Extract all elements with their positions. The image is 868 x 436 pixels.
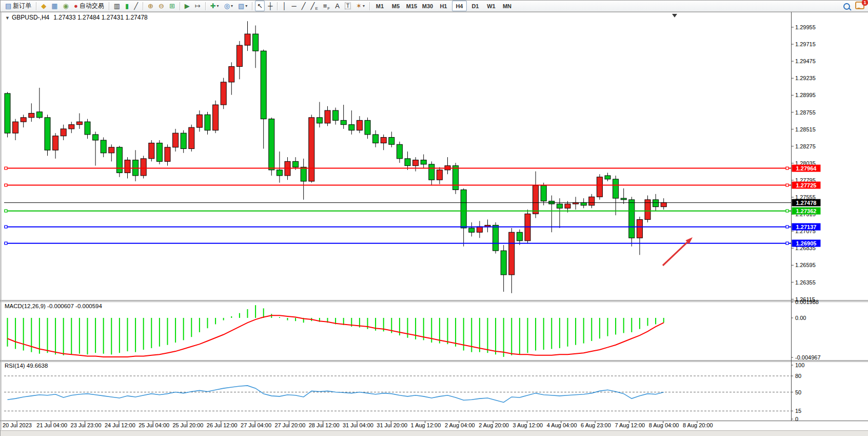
toolbar: ▤新订单◆▦◉●自动交易▥▮╱⊕⊖⊞▶↦✚▾◎▾▧▾↖┼│─╱╱E≡FAT✶▾M… (1, 1, 868, 12)
svg-text:4 Aug 04:00: 4 Aug 04:00 (547, 422, 577, 428)
chevron-down-icon: ▾ (231, 4, 233, 8)
vertical-line-icon: │ (282, 3, 286, 9)
crosshair-button[interactable]: ┼ (266, 1, 274, 11)
svg-text:6 Aug 23:00: 6 Aug 23:00 (581, 422, 611, 428)
signal-icon: ◉ (63, 3, 69, 9)
svg-text:1.29715: 1.29715 (795, 41, 816, 47)
auto-trading-button[interactable]: ●自动交易 (72, 1, 106, 11)
new-order-icon: ▤ (5, 3, 11, 9)
svg-text:23 Jul 23:00: 23 Jul 23:00 (71, 422, 102, 428)
timeframe-m15-button[interactable]: M15 (404, 1, 419, 11)
svg-text:0.00: 0.00 (795, 315, 806, 321)
indicators-button[interactable]: ✚▾ (208, 1, 221, 11)
timeframe-m30-button[interactable]: M30 (420, 1, 435, 11)
collapse-chart-icon[interactable]: ▼ (5, 15, 10, 21)
auto-scroll-icon: ▶ (185, 3, 190, 9)
macd-indicator-label: MACD(12,26,9) -0.000607 -0.000594 (5, 303, 102, 309)
zoom-in-button[interactable]: ⊕ (146, 1, 155, 11)
price-tag-1.27725: 1.27725 (792, 182, 821, 189)
notifications-button[interactable]: 1 (855, 2, 864, 11)
auto-trading-icon: ● (74, 3, 78, 9)
chevron-down-icon: ▾ (363, 4, 365, 8)
candle-chart-type-button[interactable]: ▮ (123, 1, 131, 11)
svg-text:31 Jul 04:00: 31 Jul 04:00 (343, 422, 373, 428)
toolbar-separator (180, 2, 180, 10)
search-icon[interactable] (843, 3, 850, 10)
toolbar-buttons: ▤新订单◆▦◉●自动交易▥▮╱⊕⊖⊞▶↦✚▾◎▾▧▾↖┼│─╱╱E≡FAT✶▾M… (3, 1, 515, 12)
horizontal-line-icon: ─ (292, 3, 297, 9)
text-button[interactable]: A (333, 1, 342, 11)
toolbar-separator (205, 2, 206, 10)
timeframe-h1-button[interactable]: H1 (436, 1, 451, 11)
rsi-indicator-label: RSI(14) 49.6638 (5, 363, 48, 369)
period-icon: ◎ (224, 3, 230, 9)
new-order-button[interactable]: ▤新订单 (3, 1, 33, 11)
text-label-button[interactable]: T (343, 1, 353, 11)
timeframe-m5-button[interactable]: M5 (388, 1, 403, 11)
bar-chart-type-icon: ▥ (114, 3, 120, 9)
svg-text:1.27964: 1.27964 (796, 165, 817, 172)
horizontal-line-button[interactable]: ─ (290, 1, 299, 11)
svg-text:1.29475: 1.29475 (795, 58, 816, 64)
toolbar-separator (143, 2, 143, 10)
terminal-window: ▤新订单◆▦◉●自动交易▥▮╱⊕⊖⊞▶↦✚▾◎▾▧▾↖┼│─╱╱E≡FAT✶▾M… (0, 0, 868, 436)
channel-icon: ╱ (311, 3, 315, 9)
svg-text:0.001988: 0.001988 (795, 299, 819, 305)
auto-scroll-button[interactable]: ▶ (183, 1, 192, 11)
timeframe-w1-button[interactable]: W1 (484, 1, 499, 11)
time-axis[interactable]: 20 Jul 202321 Jul 04:0023 Jul 23:0024 Ju… (3, 421, 713, 428)
price-tag-1.26905: 1.26905 (792, 240, 821, 247)
trendline-button[interactable]: ╱ (300, 1, 308, 11)
template-button[interactable]: ▧▾ (236, 1, 249, 11)
svg-text:25 Jul 20:00: 25 Jul 20:00 (173, 422, 204, 428)
cursor-button[interactable]: ↖ (255, 1, 265, 11)
bar-chart-type-button[interactable]: ▥ (112, 1, 122, 11)
timeframe-m1-button[interactable]: M1 (372, 1, 387, 11)
line-chart-type-button[interactable]: ╱ (132, 1, 140, 11)
cursor-icon: ↖ (257, 3, 263, 9)
notification-badge: 1 (862, 0, 868, 6)
new-order-button-label: 新订单 (13, 2, 31, 10)
svg-text:-0.004967: -0.004967 (795, 354, 821, 361)
price-tag-1.27478: 1.27478 (792, 199, 821, 206)
toolbar-separator (109, 2, 109, 10)
svg-text:8 Aug 04:00: 8 Aug 04:00 (649, 422, 679, 428)
svg-text:21 Jul 04:00: 21 Jul 04:00 (36, 422, 67, 428)
svg-text:2 Aug 20:00: 2 Aug 20:00 (479, 422, 509, 428)
svg-text:1.26595: 1.26595 (795, 262, 816, 268)
arrows-button[interactable]: ✶▾ (354, 1, 367, 11)
zoom-out-icon: ⊖ (159, 3, 164, 9)
svg-text:1.28755: 1.28755 (795, 109, 816, 116)
auto-trading-button-label: 自动交易 (80, 2, 104, 10)
price-tag-1.27362: 1.27362 (792, 207, 821, 215)
chart-shift-button[interactable]: ↦ (193, 1, 203, 11)
data-window-button[interactable]: ▦ (49, 1, 60, 11)
text-label-icon: T (345, 3, 351, 9)
candle-chart-type-icon: ▮ (125, 3, 129, 9)
svg-text:27 Jul 04:00: 27 Jul 04:00 (241, 422, 271, 428)
svg-text:1.27362: 1.27362 (796, 208, 817, 214)
arrows-icon: ✶ (356, 3, 362, 9)
timeframe-h4-button[interactable]: H4 (452, 1, 467, 11)
timeframe-mn-button[interactable]: MN (500, 1, 515, 11)
zoom-out-button[interactable]: ⊖ (156, 1, 166, 11)
vertical-line-button[interactable]: │ (280, 1, 288, 11)
period-button[interactable]: ◎▾ (222, 1, 235, 11)
tile-windows-icon: ⊞ (169, 3, 175, 9)
tile-windows-button[interactable]: ⊞ (167, 1, 177, 11)
price-tag-1.27964: 1.27964 (792, 165, 821, 172)
chart-symbol-timeframe: GBPUSD-,H4 (12, 14, 49, 21)
chart-canvas[interactable]: 1.299551.297151.294751.292351.289951.287… (1, 1, 868, 436)
text-icon: A (335, 3, 340, 9)
channel-button[interactable]: ╱E (309, 1, 320, 11)
svg-text:1.28995: 1.28995 (795, 92, 816, 98)
chart-title: ▼GBPUSD-,H41.27433 1.27484 1.27431 1.274… (5, 14, 148, 21)
chevron-down-icon: ▾ (217, 4, 219, 8)
signal-button[interactable]: ◉ (61, 1, 71, 11)
fibonacci-button[interactable]: ≡F (321, 1, 332, 11)
market-watch-button[interactable]: ◆ (39, 1, 48, 11)
svg-text:1 Aug 12:00: 1 Aug 12:00 (411, 422, 441, 428)
timeframe-d1-button[interactable]: D1 (468, 1, 483, 11)
data-window-icon: ▦ (51, 3, 57, 9)
chart-shift-icon: ↦ (195, 3, 201, 9)
